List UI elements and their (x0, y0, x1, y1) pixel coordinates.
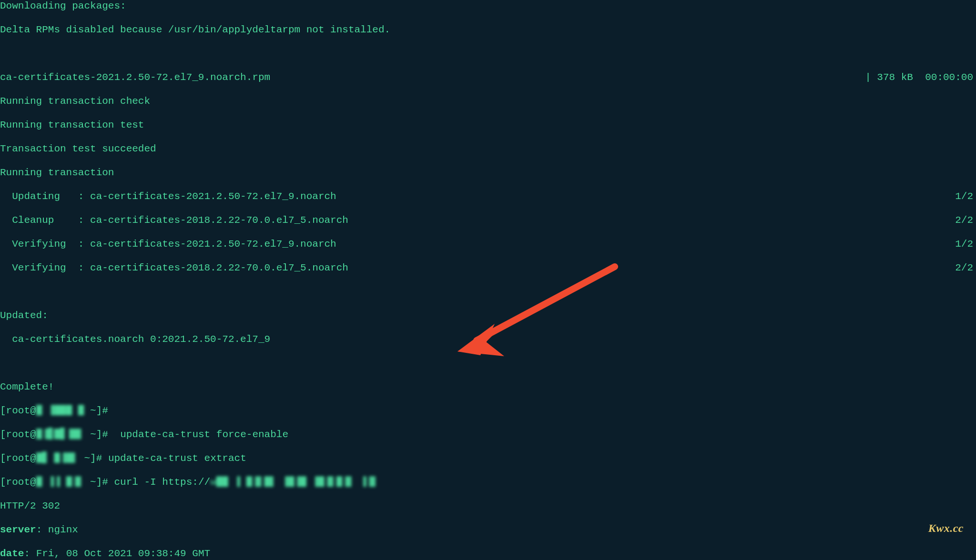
output-line (0, 286, 976, 298)
download-rate: | 378 kB 00:00:00 (865, 71, 973, 83)
progress-counter: 1/2 (955, 190, 973, 202)
output-line: Delta RPMs disabled because /usr/bin/app… (0, 24, 976, 36)
shell-command: update-ca-trust force-enable (108, 429, 288, 440)
output-line: Complete! (0, 381, 976, 393)
output-line: Running transaction test (0, 119, 976, 131)
output-line: ca-certificates.noarch 0:2021.2.50-72.el… (0, 333, 976, 345)
output-line: Cleanup : ca-certificates-2018.2.22-70.0… (0, 214, 976, 226)
output-line: Downloading packages: (0, 0, 976, 12)
watermark-text: Kwx.cc (928, 522, 964, 534)
terminal-output: Downloading packages: Delta RPMs disable… (0, 0, 976, 560)
output-line: ca-certificates-2021.2.50-72.el7_9.noarc… (0, 71, 976, 83)
output-line: Running transaction (0, 167, 976, 179)
progress-counter: 2/2 (955, 262, 973, 274)
prompt-line: [root@█▐▊█▊▐█▌ ~]# update-ca-trust force… (0, 429, 976, 440)
output-line: Verifying : ca-certificates-2021.2.50-72… (0, 238, 976, 250)
redacted-host: █▊ █▐█▌ (36, 452, 78, 464)
output-line (0, 357, 976, 369)
output-line: Running transaction check (0, 95, 976, 107)
output-line: Verifying : ca-certificates-2018.2.22-70… (0, 262, 976, 274)
prompt-line: [root@█▊ █▐█▌ ~]# update-ca-trust extrac… (0, 452, 976, 464)
shell-command: update-ca-trust extract (102, 453, 246, 464)
shell-command: curl -I https://w██ ▐ █▐▌█▌ ▐█▐█ ▐█▐▌█▐▌… (108, 477, 378, 488)
output-line: Updating : ca-certificates-2021.2.50-72.… (0, 190, 976, 202)
prompt-line: [root@█ ▐███ █ ~]# (0, 405, 976, 417)
prompt-line: [root@█ ▐▐ █▐▌ ~]# curl -I https://w██ ▐… (0, 476, 976, 488)
redacted-host: █ ▐▐ █▐▌ (36, 476, 84, 488)
progress-counter: 2/2 (955, 214, 973, 226)
output-line (0, 48, 976, 60)
output-line: Transaction test succeeded (0, 143, 976, 155)
redacted-host: █▐▊█▊▐█▌ (36, 429, 84, 440)
http-header-line: date: Fri, 08 Oct 2021 09:38:49 GMT (0, 548, 976, 560)
output-line: Updated: (0, 310, 976, 321)
redacted-url: w██ ▐ █▐▌█▌ ▐█▐█ ▐█▐▌█▐▌ ▐▐▌ (210, 476, 378, 488)
progress-counter: 1/2 (955, 238, 973, 250)
redacted-host: █ ▐███ █ (36, 405, 84, 417)
http-header-line: server: nginx (0, 524, 976, 536)
http-status-line: HTTP/2 302 (0, 500, 976, 512)
terminal-window[interactable]: Downloading packages: Delta RPMs disable… (0, 0, 976, 560)
